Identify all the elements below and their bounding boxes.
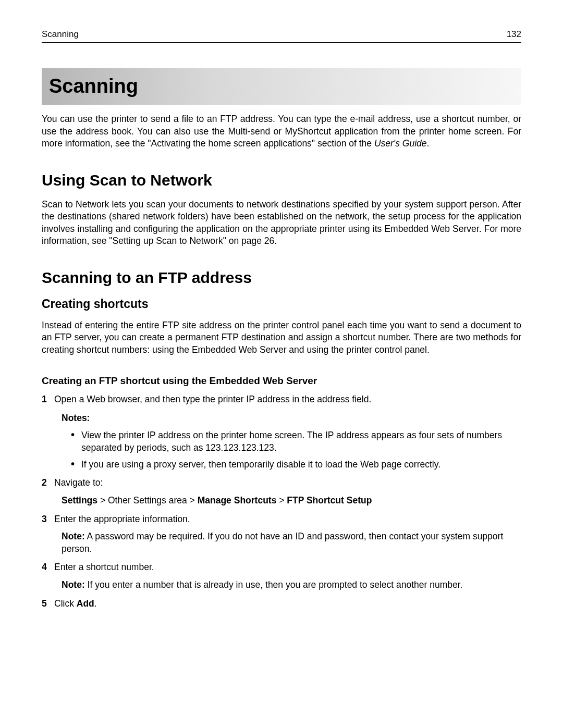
- step-5-text-b: .: [94, 598, 97, 609]
- step-3-text: Enter the appropriate information.: [54, 514, 190, 524]
- nav-sep-1: > Other Settings area >: [97, 495, 198, 505]
- heading-scan-to-network: Using Scan to Network: [42, 170, 521, 191]
- nav-settings: Settings: [62, 495, 97, 505]
- intro-italic: User's Guide: [374, 138, 427, 149]
- intro-text-a: You can use the printer to send a file t…: [42, 114, 521, 149]
- step-4: Enter a shortcut number. Note: If you en…: [42, 561, 521, 591]
- intro-paragraph: You can use the printer to send a file t…: [42, 113, 521, 150]
- step-4-note-label: Note:: [62, 579, 85, 590]
- notes-label: Notes:: [54, 412, 521, 425]
- chapter-title: Scanning: [42, 68, 521, 105]
- notes-bullets: View the printer IP address on the print…: [54, 429, 521, 471]
- note-bullet-1: View the printer IP address on the print…: [71, 429, 521, 454]
- header-section: Scanning: [42, 29, 79, 41]
- heading-scan-to-ftp: Scanning to an FTP address: [42, 267, 521, 289]
- nav-path: Settings > Other Settings area > Manage …: [54, 495, 521, 507]
- step-4-note-text: If you enter a number that is already in…: [85, 579, 463, 590]
- step-5: Click Add.: [42, 598, 521, 610]
- header-page-number: 132: [507, 29, 521, 41]
- step-1-text: Open a Web browser, and then type the pr…: [54, 394, 371, 404]
- paragraph-scan-to-network: Scan to Network lets you scan your docum…: [42, 199, 521, 248]
- step-5-text-a: Click: [54, 598, 77, 609]
- paragraph-creating-shortcuts: Instead of entering the entire FTP site …: [42, 319, 521, 356]
- steps-list: Open a Web browser, and then type the pr…: [42, 393, 521, 610]
- step-4-text: Enter a shortcut number.: [54, 562, 154, 572]
- page-header: Scanning 132: [42, 29, 521, 43]
- nav-sep-2: >: [276, 495, 287, 505]
- note-bullet-2: If you are using a proxy server, then te…: [71, 459, 521, 471]
- heading-ftp-shortcut-ews: Creating an FTP shortcut using the Embed…: [42, 374, 521, 388]
- step-3: Enter the appropriate information. Note:…: [42, 513, 521, 556]
- intro-text-b: .: [427, 138, 430, 149]
- step-5-add: Add: [77, 598, 94, 609]
- nav-ftp-setup: FTP Shortcut Setup: [287, 495, 372, 505]
- nav-manage-shortcuts: Manage Shortcuts: [198, 495, 277, 505]
- step-4-note: Note: If you enter a number that is alre…: [54, 579, 521, 591]
- step-2-text: Navigate to:: [54, 477, 103, 488]
- step-3-note-label: Note:: [62, 531, 85, 541]
- step-3-note-text: A password may be required. If you do no…: [62, 531, 503, 554]
- step-2: Navigate to: Settings > Other Settings a…: [42, 477, 521, 507]
- heading-creating-shortcuts: Creating shortcuts: [42, 296, 521, 312]
- step-3-note: Note: A password may be required. If you…: [54, 530, 521, 555]
- step-1: Open a Web browser, and then type the pr…: [42, 393, 521, 471]
